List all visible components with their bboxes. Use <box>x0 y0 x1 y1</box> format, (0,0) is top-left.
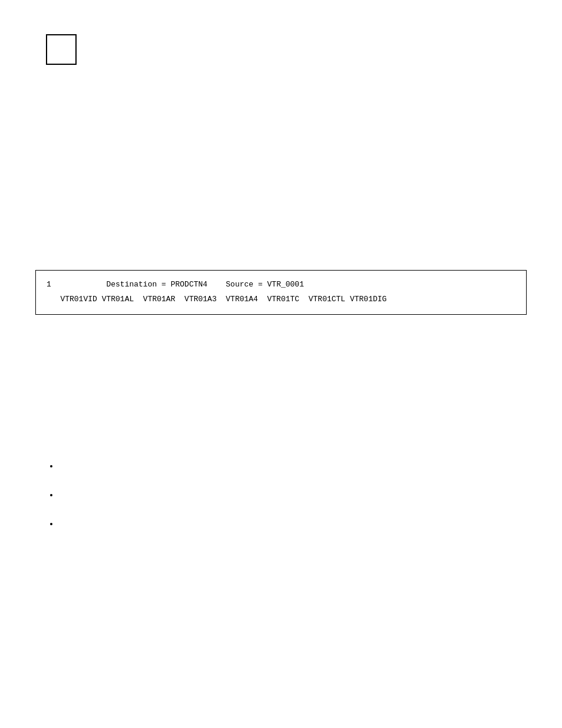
item-4: VTR01A3 <box>184 294 217 306</box>
square-box <box>46 34 77 65</box>
destination-value: PRODCTN4 <box>171 279 207 291</box>
item-7: VTR01CTL <box>309 294 345 306</box>
bullet-item-1 <box>59 460 61 472</box>
item-5: VTR01A4 <box>226 294 258 306</box>
item-6: VTR01TC <box>267 294 300 306</box>
item-spacer-2 <box>134 294 143 306</box>
item-spacer-1 <box>97 294 102 306</box>
item-3: VTR01AR <box>143 294 176 306</box>
item-spacer-6 <box>299 294 309 306</box>
destination-eq-space: = <box>157 279 170 291</box>
source-spacer <box>207 279 226 291</box>
item-spacer-4 <box>217 294 226 306</box>
code-block: 1 Destination = PRODCTN4 Source = VTR_00… <box>35 270 527 315</box>
line2-indent <box>47 294 60 306</box>
item-2: VTR01AL <box>102 294 134 306</box>
source-label: Source <box>226 279 253 291</box>
code-line-1: 1 Destination = PRODCTN4 Source = VTR_00… <box>47 279 515 291</box>
item-spacer-3 <box>175 294 184 306</box>
line-number: 1 <box>47 279 51 291</box>
item-8: VTR01DIG <box>350 294 386 306</box>
code-line-2: VTR01VID VTR01AL VTR01AR VTR01A3 VTR01A4… <box>47 294 515 306</box>
item-spacer-7 <box>345 294 350 306</box>
source-value: VTR_0001 <box>267 279 304 291</box>
bullet-list <box>59 460 61 546</box>
item-1: VTR01VID <box>60 294 97 306</box>
bullet-item-2 <box>59 489 61 501</box>
destination-label: Destination <box>106 279 157 291</box>
page-container: 1 Destination = PRODCTN4 Source = VTR_00… <box>0 0 562 728</box>
item-spacer-5 <box>258 294 267 306</box>
bullet-item-3 <box>59 518 61 530</box>
line1-spacer <box>51 279 107 291</box>
source-eq-space: = <box>253 279 267 291</box>
